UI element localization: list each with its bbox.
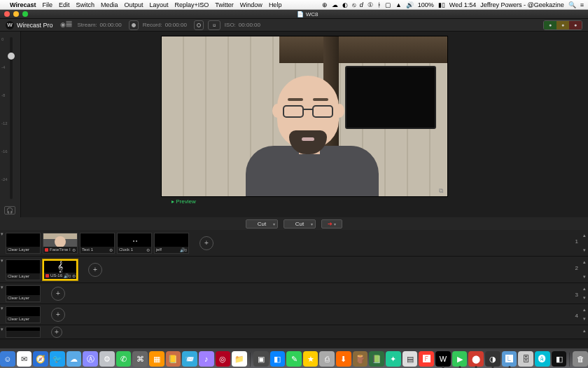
gear-icon[interactable]: ⚙ [109,247,113,252]
preview-monitor[interactable]: ⧉ [161,36,448,197]
add-shot-button[interactable]: + [88,263,102,277]
gear-icon[interactable]: ⚙ [146,247,150,252]
add-shot-button[interactable]: + [200,236,214,250]
dock-app[interactable]: ✆ [116,351,132,367]
clear-layer-shot[interactable]: Clear Layer [6,306,41,323]
menu-twitter[interactable]: Twitter [215,1,234,8]
dock-app[interactable]: 📁 [232,351,247,367]
chevron-down-icon[interactable]: ▾ [334,222,336,226]
status-icon[interactable]: ⊕ [322,1,328,8]
dock-app[interactable]: ☁ [66,351,82,367]
status-icon[interactable]: ① [368,1,373,8]
collapse-icon[interactable]: ▾ [1,231,4,237]
dock-app[interactable]: Ⓐ [83,351,98,367]
clear-layer-shot[interactable] [6,327,41,338]
dock-app[interactable]: ◧ [552,351,567,367]
window-close-button[interactable] [4,11,10,17]
audio-icon[interactable]: 🔊0 [180,247,187,252]
menu-output[interactable]: Output [125,1,144,8]
gear-icon[interactable]: ⚙ [72,247,76,252]
meter-fader[interactable] [8,53,15,60]
dock-app[interactable]: 🅵 [419,351,434,367]
dock-app[interactable]: ⌘ [132,351,148,367]
clock[interactable]: Wed 1:54 [449,1,476,8]
dock-app[interactable]: ▶ [452,351,468,367]
window-zoom-button[interactable] [22,11,28,17]
menu-switch[interactable]: Switch [76,1,94,8]
dock-app[interactable]: ♪ [199,351,214,367]
layer-up-icon[interactable]: ▴ [583,233,586,238]
popout-icon[interactable]: ⧉ [439,187,443,195]
chevron-down-icon[interactable]: ▾ [273,222,275,226]
collapse-icon[interactable]: ▾ [1,327,4,332]
clear-layer-shot[interactable]: Clear Layer [6,285,41,302]
dock-app[interactable]: ▦ [149,351,164,367]
layer-up-icon[interactable]: ▴ [583,307,586,313]
add-shot-button[interactable]: + [51,308,65,322]
menu-layout[interactable]: Layout [150,1,169,8]
dock-app[interactable]: 🅐 [535,351,550,367]
layer-down-icon[interactable]: ▾ [583,247,586,253]
bluetooth-icon[interactable]: ᚼ [377,1,381,8]
dock-app[interactable]: ▣ [253,351,269,367]
collapse-icon[interactable]: ▾ [1,306,4,311]
menu-media[interactable]: Media [101,1,118,8]
layer-down-icon[interactable]: ▾ [583,295,586,301]
dock-app[interactable]: ⎙ [319,351,335,367]
record-button[interactable] [194,20,204,30]
wifi-icon[interactable]: ▲ [396,1,402,8]
dock-app[interactable]: ✉ [17,351,32,367]
dock-app[interactable]: 🧭 [33,351,48,367]
menu-help[interactable]: Help [269,1,282,8]
indicator-green[interactable]: ● [544,21,556,29]
indicator-red[interactable]: ● [569,21,582,29]
dock-app[interactable]: 🪵 [353,351,368,367]
layer-up-icon[interactable]: ▴ [583,259,586,265]
dock-app[interactable]: 📒 [166,351,181,367]
clear-layer-shot[interactable]: Clear Layer [6,233,41,254]
status-icon[interactable]: ◐ [342,1,348,8]
chevron-down-icon[interactable]: ▾ [311,222,313,226]
shot-jeff[interactable]: jeff🔊0 [154,233,189,254]
gear-icon[interactable]: ⚙ [72,273,76,278]
dock-app[interactable]: ◑ [485,351,500,367]
go-button[interactable]: ➔▾ [321,219,342,229]
user-name[interactable]: Jeffrey Powers - @Geekazine [480,1,564,8]
dock-app[interactable]: ◎ [216,351,231,367]
battery-icon[interactable]: ▮▯ [438,1,445,8]
iso-button[interactable]: ⧈ [208,20,220,30]
status-icon[interactable]: ⎋ [352,1,356,8]
dock-app[interactable]: ▤ [402,351,418,367]
dock-app[interactable]: 🗑 [573,351,588,367]
dock-app[interactable]: ◧ [270,351,286,367]
stream-button[interactable] [129,20,139,30]
spotlight-icon[interactable]: 🔍 [568,1,576,8]
dock-app[interactable]: W [435,351,451,367]
dock-app[interactable]: 📨 [182,351,197,367]
transition-left-button[interactable]: Cut▾ [246,219,278,229]
shot-text1[interactable]: Text 1⚙ [80,233,115,254]
wifi-indicator-icon[interactable]: ◉𝍤 [60,20,72,29]
dock-app[interactable]: ⬤ [468,351,484,367]
dock-app[interactable]: ⬇ [336,351,351,367]
status-icon[interactable]: d [360,1,363,8]
dock-app[interactable]: ✎ [286,351,302,367]
collapse-icon[interactable]: ▾ [1,285,4,290]
dock-app[interactable]: ✦ [386,351,401,367]
transition-right-button[interactable]: Cut▾ [284,219,316,229]
window-minimize-button[interactable] [13,11,19,17]
battery-pct[interactable]: 100% [418,1,434,8]
status-icon[interactable]: ☁ [332,1,338,8]
layer-down-icon[interactable]: ▾ [583,274,586,280]
layer-up-icon[interactable]: ▴ [583,286,586,292]
clear-layer-shot[interactable]: Clear Layer [6,259,41,280]
shot-facetime[interactable]: FaceTime I⚙ [43,233,78,254]
dock-app[interactable]: ★ [303,351,318,367]
volume-icon[interactable]: 🔊 [406,1,414,8]
add-shot-button[interactable]: + [51,327,62,338]
notifications-icon[interactable]: ≡ [580,1,584,8]
shot-us16[interactable]: 𝄞US-16🔊0⚙ [43,259,78,280]
output-indicators[interactable]: ● ● ● [543,20,582,30]
menu-file[interactable]: File [42,1,52,8]
dock-app[interactable]: 🐦 [50,351,65,367]
